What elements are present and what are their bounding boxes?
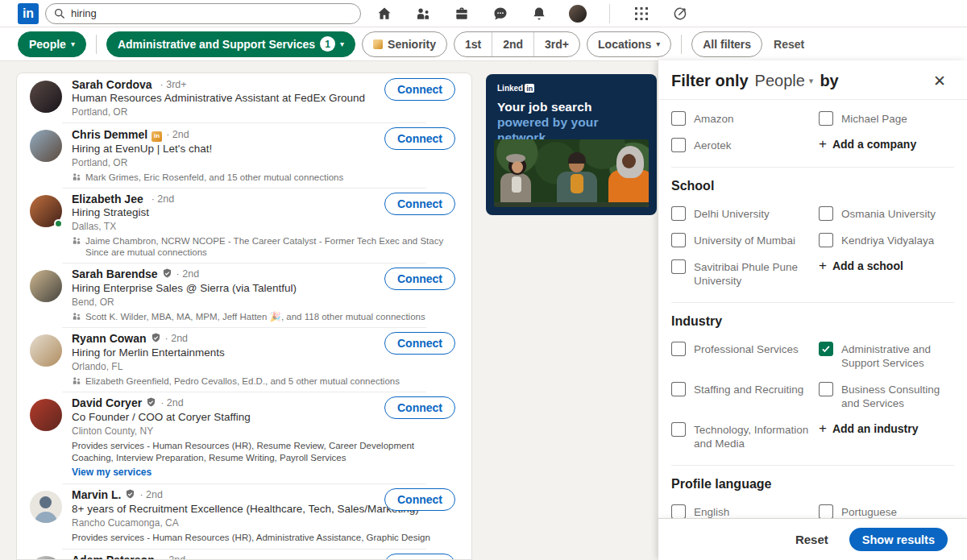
linkedin-ad-logo: Linked in: [497, 84, 645, 93]
connect-button[interactable]: Connect: [384, 127, 455, 150]
add-filter-button[interactable]: +Add a company: [819, 138, 954, 151]
connect-button[interactable]: Connect: [384, 332, 455, 355]
filter-checkbox-item[interactable]: Michael Page: [819, 111, 954, 126]
checkbox-icon[interactable]: [819, 233, 833, 247]
notifications-icon[interactable]: [530, 5, 548, 23]
locations-filter-pill[interactable]: Locations ▾: [587, 31, 671, 57]
checkbox-icon[interactable]: [671, 382, 686, 396]
sponsored-ad[interactable]: Linked in Your job search powered by you…: [486, 74, 657, 215]
filter-checkbox-item[interactable]: Osmania University: [819, 206, 954, 221]
me-avatar[interactable]: [569, 5, 587, 23]
filter-checkbox-item[interactable]: Professional Services: [671, 342, 819, 356]
person-name[interactable]: David Coryer: [72, 396, 142, 409]
connect-button[interactable]: Connect: [384, 268, 455, 290]
person-location: Bend, OR: [72, 297, 455, 308]
checkbox-icon[interactable]: [671, 206, 686, 221]
mutual-connections[interactable]: Elizabeth Greenfield, Pedro Cevallos, Ed…: [72, 375, 455, 387]
person-location: Dallas, TX: [72, 221, 455, 232]
profile-avatar[interactable]: [30, 399, 62, 431]
profile-avatar[interactable]: [30, 556, 62, 560]
connect-button[interactable]: Connect: [384, 193, 455, 215]
filter-checkbox-item[interactable]: Business Consulting and Services: [819, 382, 954, 410]
ad-headline: Your job search powered by your network: [497, 99, 645, 145]
advertise-icon[interactable]: [671, 5, 689, 23]
connect-button[interactable]: Connect: [384, 78, 455, 101]
checkbox-icon[interactable]: [671, 233, 686, 247]
add-filter-button[interactable]: +Add an industry: [819, 422, 954, 435]
filter-checkbox-item[interactable]: University of Mumbai: [671, 233, 819, 247]
person-name[interactable]: Sarah Barendse: [72, 268, 158, 280]
linkedin-logo[interactable]: in: [18, 3, 39, 24]
filter-checkbox-item[interactable]: Staffing and Recruiting: [671, 382, 819, 396]
close-icon[interactable]: ✕: [930, 71, 949, 90]
checkbox-icon[interactable]: [819, 111, 833, 126]
reset-filters-link[interactable]: Reset: [774, 38, 804, 51]
apps-grid-icon[interactable]: [633, 5, 650, 23]
checkbox-icon[interactable]: [819, 504, 833, 518]
mutual-connections-text: Elizabeth Greenfield, Pedro Cevallos, Ed…: [85, 375, 400, 387]
checkbox-icon[interactable]: [819, 206, 833, 221]
filter-checkbox-item[interactable]: Kendriya Vidyalaya: [819, 233, 954, 247]
degree-3rd-segment[interactable]: 3rd+: [533, 32, 579, 56]
jobs-icon[interactable]: [453, 5, 471, 23]
mutual-connections[interactable]: Scott K. Wilder, MBA, MA, MPM, Jeff Hatt…: [72, 311, 455, 322]
filter-checkbox-item[interactable]: Technology, Information and Media: [671, 422, 819, 450]
profile-avatar[interactable]: [30, 130, 62, 162]
results-list: Sarah Cordova · 3rd+ Human Resources Adm…: [17, 73, 471, 560]
all-filters-pill[interactable]: All filters: [691, 31, 762, 57]
person-name[interactable]: Chris Demmel: [72, 128, 147, 141]
mutual-connections[interactable]: Mark Grimes, Eric Rosenfeld, and 15 othe…: [72, 172, 455, 183]
person-name[interactable]: Marvin L.: [72, 488, 121, 501]
connection-degree: · 2nd: [160, 396, 184, 409]
messaging-icon[interactable]: [492, 5, 509, 23]
filter-checkbox-item[interactable]: Amazon: [671, 111, 819, 126]
show-results-button[interactable]: Show results: [849, 528, 948, 551]
filter-checkbox-item[interactable]: Portuguese: [819, 504, 954, 518]
filter-checkbox-item[interactable]: Delhi University: [671, 206, 819, 221]
connect-button[interactable]: Connect: [384, 554, 455, 560]
panel-reset-button[interactable]: Reset: [795, 533, 828, 546]
entity-dropdown[interactable]: People ▾: [755, 72, 814, 90]
filter-panel-footer: Reset Show results: [658, 518, 967, 560]
checkbox-icon[interactable]: [671, 504, 686, 518]
person-name[interactable]: Elizabeth Jee: [72, 193, 143, 205]
plus-icon: +: [819, 423, 827, 434]
checkbox-icon[interactable]: [671, 138, 686, 152]
checkbox-icon[interactable]: [671, 111, 686, 126]
home-icon[interactable]: [376, 5, 393, 23]
search-bar[interactable]: [45, 3, 361, 24]
checkbox-icon[interactable]: [671, 259, 686, 274]
profile-avatar[interactable]: [30, 270, 62, 302]
degree-1st-segment[interactable]: 1st: [454, 32, 492, 56]
seniority-filter-pill[interactable]: Seniority: [362, 31, 447, 57]
premium-square-icon: [373, 39, 383, 49]
filter-checkbox-item[interactable]: Aerotek: [671, 138, 819, 152]
my-network-icon[interactable]: [414, 5, 432, 23]
add-filter-button[interactable]: +Add a school: [819, 259, 954, 272]
degree-2nd-segment[interactable]: 2nd: [492, 32, 533, 56]
connect-button[interactable]: Connect: [384, 488, 455, 511]
filter-checkbox-item[interactable]: English: [671, 504, 819, 518]
person-name[interactable]: Sarah Cordova: [72, 78, 152, 91]
person-name[interactable]: Adam Peterson: [72, 554, 155, 560]
profile-avatar[interactable]: [30, 195, 62, 227]
profile-avatar[interactable]: [30, 491, 62, 523]
checkbox-icon[interactable]: [671, 342, 686, 356]
filter-panel-header: Filter only People ▾ by ✕: [658, 60, 967, 100]
search-result-row: Elizabeth Jee · 2nd Hiring Strategist Da…: [17, 188, 471, 263]
industry-filter-pill[interactable]: Administrative and Support Services 1 ▾: [106, 31, 355, 57]
mutual-connections[interactable]: Jaime Chambron, NCRW NCOPE - The Career …: [72, 235, 455, 258]
profile-avatar[interactable]: [30, 81, 62, 113]
connect-button[interactable]: Connect: [384, 396, 455, 419]
filter-checkbox-item[interactable]: Administrative and Support Services: [819, 342, 954, 370]
checkbox-icon[interactable]: [671, 422, 686, 437]
people-filter-pill[interactable]: People ▾: [18, 31, 86, 57]
person-name[interactable]: Ryann Cowan: [72, 332, 147, 345]
view-my-services-link[interactable]: View my services: [72, 467, 151, 479]
search-input[interactable]: [71, 7, 352, 19]
filter-checkbox-item[interactable]: Savitribai Phule Pune University: [671, 259, 819, 288]
profile-avatar[interactable]: [30, 334, 62, 367]
checkbox-icon[interactable]: [819, 382, 833, 396]
checkbox-checked-icon[interactable]: [819, 342, 833, 356]
provides-services-text: Provides services - Human Resources (HR)…: [72, 532, 455, 544]
